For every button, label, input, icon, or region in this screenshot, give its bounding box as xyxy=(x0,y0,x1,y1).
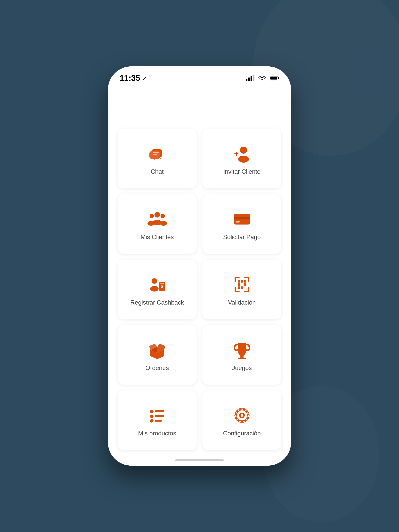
status-bar: 11:35 ↗ xyxy=(108,66,291,86)
svg-point-17 xyxy=(148,221,154,226)
svg-point-40 xyxy=(150,415,154,418)
request-payment-icon xyxy=(232,209,252,229)
svg-point-25 xyxy=(150,286,159,291)
register-cashback-icon: $ xyxy=(148,275,167,294)
svg-rect-29 xyxy=(238,280,240,283)
request-payment-label: Solicitar Pago xyxy=(223,234,261,241)
svg-point-48 xyxy=(241,414,243,417)
svg-point-14 xyxy=(154,212,160,217)
svg-rect-32 xyxy=(238,283,240,286)
svg-point-10 xyxy=(240,147,247,154)
my-products-menu-item[interactable]: Mis productos xyxy=(118,390,197,450)
orders-icon xyxy=(148,340,167,360)
svg-rect-30 xyxy=(241,280,243,283)
svg-rect-43 xyxy=(155,420,162,422)
battery-icon xyxy=(270,76,279,81)
svg-rect-31 xyxy=(244,280,246,283)
wifi-icon xyxy=(258,75,266,81)
configuration-label: Configuración xyxy=(223,430,261,437)
main-content: Chat Invitar Cliente xyxy=(108,86,291,466)
svg-point-16 xyxy=(150,214,154,218)
svg-rect-37 xyxy=(238,358,246,359)
svg-text:$: $ xyxy=(161,284,163,289)
my-clients-icon xyxy=(148,209,167,229)
register-cashback-menu-item[interactable]: $ Registrar Cashback xyxy=(118,260,197,319)
svg-point-24 xyxy=(152,278,157,284)
menu-grid: Chat Invitar Cliente xyxy=(118,129,281,450)
invite-client-menu-item[interactable]: Invitar Cliente xyxy=(202,129,281,188)
svg-rect-28 xyxy=(160,283,164,284)
orders-label: Ordenes xyxy=(145,364,169,372)
games-label: Juegos xyxy=(232,364,252,372)
my-clients-label: Mis Clientes xyxy=(141,234,174,241)
games-icon xyxy=(232,340,252,360)
svg-point-42 xyxy=(150,419,154,423)
svg-rect-13 xyxy=(234,153,238,154)
svg-rect-1 xyxy=(270,77,277,80)
svg-rect-8 xyxy=(153,152,159,153)
svg-point-19 xyxy=(160,221,167,226)
location-arrow-icon: ↗ xyxy=(142,75,147,81)
chat-menu-item[interactable]: Chat xyxy=(118,129,197,188)
svg-rect-22 xyxy=(236,221,240,222)
svg-rect-33 xyxy=(244,283,246,286)
validation-label: Validación xyxy=(228,299,256,306)
status-icons xyxy=(246,75,279,81)
register-cashback-label: Registrar Cashback xyxy=(130,299,184,306)
svg-point-18 xyxy=(161,214,165,218)
invite-client-icon xyxy=(232,144,252,163)
configuration-menu-item[interactable]: Configuración xyxy=(202,390,281,450)
request-payment-menu-item[interactable]: Solicitar Pago xyxy=(202,194,281,254)
home-indicator xyxy=(175,459,224,461)
configuration-icon xyxy=(232,406,252,425)
phone-frame: 11:35 ↗ xyxy=(108,66,291,466)
my-products-label: Mis productos xyxy=(138,430,176,437)
svg-rect-9 xyxy=(153,154,157,155)
svg-rect-34 xyxy=(238,286,240,289)
games-menu-item[interactable]: Juegos xyxy=(202,325,281,385)
svg-rect-2 xyxy=(278,77,279,79)
svg-rect-23 xyxy=(236,222,239,223)
signal-icon xyxy=(246,75,254,81)
my-clients-menu-item[interactable]: Mis Clientes xyxy=(118,194,197,254)
svg-rect-21 xyxy=(234,217,250,219)
svg-point-11 xyxy=(238,156,249,163)
svg-rect-41 xyxy=(155,415,164,417)
svg-rect-35 xyxy=(241,286,243,289)
validation-menu-item[interactable]: Validación xyxy=(202,260,281,319)
my-products-icon xyxy=(148,406,167,425)
orders-menu-item[interactable]: Ordenes xyxy=(118,325,197,385)
validation-icon xyxy=(232,275,252,294)
chat-label: Chat xyxy=(151,168,163,175)
svg-point-38 xyxy=(150,410,154,413)
svg-rect-39 xyxy=(155,410,164,412)
app-header xyxy=(118,98,281,121)
chat-icon xyxy=(148,144,167,163)
invite-client-label: Invitar Cliente xyxy=(223,168,260,175)
status-time: 11:35 xyxy=(120,73,140,83)
